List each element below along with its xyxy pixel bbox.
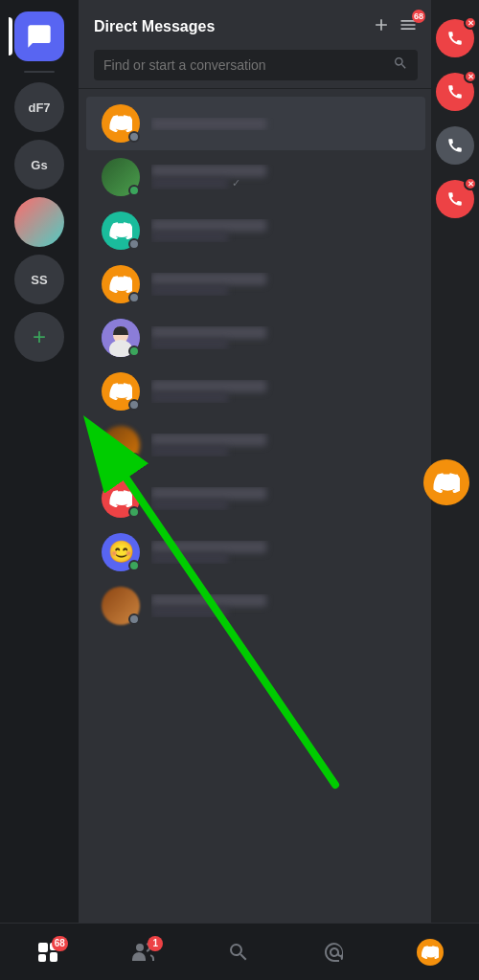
dm-preview bbox=[151, 446, 228, 457]
status-indicator bbox=[128, 506, 140, 518]
mentions-icon bbox=[322, 940, 347, 965]
dm-username bbox=[151, 219, 266, 232]
avatar bbox=[102, 426, 140, 464]
dm-username bbox=[151, 380, 266, 392]
dm-list-item[interactable] bbox=[86, 472, 425, 525]
dm-user-info bbox=[151, 487, 410, 510]
search-input[interactable] bbox=[103, 57, 385, 73]
nav-item-profile[interactable] bbox=[417, 939, 444, 966]
profile-avatar bbox=[417, 939, 444, 966]
friends-badge: 1 bbox=[148, 936, 163, 951]
call-notification-3[interactable] bbox=[436, 126, 474, 165]
svg-rect-8 bbox=[50, 952, 57, 962]
dm-username bbox=[151, 487, 266, 500]
dm-user-info bbox=[151, 118, 410, 130]
search-bar[interactable] bbox=[94, 50, 418, 80]
dm-list-item[interactable]: 😊 bbox=[86, 525, 425, 579]
status-indicator bbox=[128, 345, 140, 357]
dm-user-info bbox=[151, 326, 410, 349]
status-indicator bbox=[128, 238, 140, 250]
dm-list-item[interactable] bbox=[86, 97, 425, 150]
avatar bbox=[102, 104, 140, 143]
sidebar-item-SS[interactable]: SS bbox=[14, 255, 64, 304]
sidebar-item-image[interactable] bbox=[14, 197, 64, 247]
dm-preview bbox=[151, 285, 228, 296]
status-indicator bbox=[128, 453, 140, 464]
dm-user-info bbox=[151, 434, 410, 457]
dm-list-item[interactable] bbox=[86, 257, 425, 311]
dm-list-item[interactable] bbox=[86, 311, 425, 365]
status-indicator bbox=[128, 399, 140, 411]
dm-username bbox=[151, 434, 266, 446]
dm-user-info bbox=[151, 594, 410, 617]
dm-title-actions: 68 bbox=[372, 15, 418, 38]
dm-user-info bbox=[151, 273, 410, 296]
dm-preview bbox=[151, 339, 228, 349]
avatar bbox=[102, 372, 140, 411]
status-indicator bbox=[128, 613, 140, 625]
dm-username bbox=[151, 273, 266, 285]
avatar bbox=[102, 158, 140, 196]
nav-item-home[interactable]: 68 bbox=[35, 940, 60, 965]
svg-point-9 bbox=[136, 944, 144, 951]
dm-preview bbox=[151, 553, 228, 564]
dm-preview bbox=[151, 500, 228, 510]
avatar bbox=[102, 479, 140, 518]
nav-item-friends[interactable]: 1 bbox=[130, 940, 155, 965]
sidebar-item-Gs[interactable]: Gs bbox=[14, 140, 64, 189]
dm-header: Direct Messages 68 bbox=[79, 0, 433, 89]
call-notification-4[interactable]: ✕ bbox=[436, 180, 474, 218]
add-server-button[interactable]: + bbox=[14, 312, 64, 362]
floating-discord-avatar[interactable] bbox=[423, 459, 469, 505]
svg-rect-7 bbox=[38, 954, 46, 962]
status-indicator bbox=[128, 131, 140, 143]
dm-list-item[interactable] bbox=[86, 579, 425, 633]
nav-item-mentions[interactable] bbox=[322, 940, 347, 965]
dm-checkmark: ✓ bbox=[232, 177, 240, 189]
nav-item-search[interactable] bbox=[226, 940, 251, 965]
dm-user-info bbox=[151, 541, 410, 564]
menu-icon[interactable]: 68 bbox=[399, 15, 418, 38]
dm-list-item[interactable] bbox=[86, 418, 425, 472]
svg-rect-5 bbox=[38, 943, 48, 952]
dm-username bbox=[151, 165, 266, 177]
search-nav-icon bbox=[226, 940, 251, 965]
dm-list-item-arrow-target[interactable] bbox=[86, 365, 425, 418]
dm-panel-title: Direct Messages 68 bbox=[94, 15, 418, 38]
dm-user-info bbox=[151, 219, 410, 242]
add-friend-icon[interactable] bbox=[372, 15, 391, 38]
server-divider bbox=[24, 71, 55, 73]
call-notification-1[interactable]: ✕ bbox=[436, 19, 474, 57]
avatar: 😊 bbox=[102, 533, 140, 571]
avatar bbox=[102, 212, 140, 250]
dm-preview bbox=[151, 607, 228, 617]
avatar bbox=[102, 319, 140, 357]
dm-username bbox=[151, 326, 266, 339]
dm-list: ✓ bbox=[79, 89, 433, 980]
dm-username bbox=[151, 118, 266, 130]
server-sidebar: dF7 Gs SS + bbox=[0, 0, 79, 980]
dm-preview bbox=[151, 178, 228, 189]
sidebar-item-dF7[interactable]: dF7 bbox=[14, 82, 64, 132]
avatar bbox=[102, 265, 140, 303]
status-indicator bbox=[128, 560, 140, 571]
dm-user-info bbox=[151, 380, 410, 403]
bottom-nav: 68 1 bbox=[0, 923, 479, 980]
avatar bbox=[102, 587, 140, 625]
dm-username bbox=[151, 594, 266, 607]
call-notification-2[interactable]: ✕ bbox=[436, 73, 474, 111]
dm-panel: Direct Messages 68 bbox=[79, 0, 433, 980]
dm-preview bbox=[151, 232, 228, 242]
search-icon bbox=[393, 56, 408, 75]
dm-list-item[interactable]: ✓ bbox=[86, 150, 425, 204]
status-indicator bbox=[128, 185, 140, 196]
dm-list-item[interactable] bbox=[86, 204, 425, 257]
status-indicator bbox=[128, 292, 140, 303]
home-badge: 68 bbox=[52, 936, 68, 951]
sidebar-item-dm[interactable] bbox=[14, 11, 64, 61]
dm-username bbox=[151, 541, 266, 553]
dm-preview bbox=[151, 392, 228, 403]
dm-user-info: ✓ bbox=[151, 165, 410, 189]
